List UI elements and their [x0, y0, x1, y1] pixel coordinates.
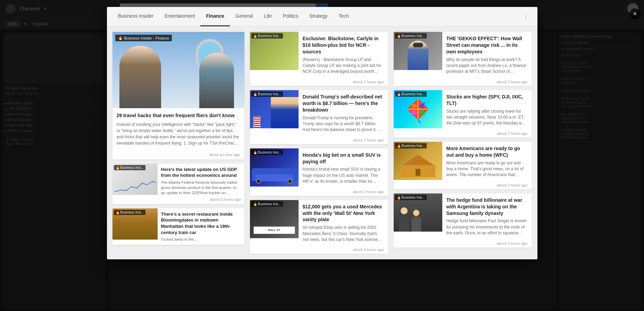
hedge-time: about 3 hours ago: [442, 240, 532, 248]
restaurant-source-text: Business Insi...: [120, 210, 144, 214]
blackstone-title: Exclusive: Blackstone, Carlyle in $10 bi…: [303, 35, 384, 55]
tab-politics[interactable]: Politics: [277, 7, 304, 26]
house-door: [416, 169, 420, 176]
gdp-card-time: about 2 hours ago: [161, 197, 241, 201]
car-wheel-left: [256, 179, 261, 184]
blackstone-thumb: 🔥 Business Insi...: [250, 32, 299, 70]
fire-icon-hedge: 🔥: [397, 196, 401, 199]
more-options-icon[interactable]: ⋮: [520, 10, 532, 23]
hedge-source-text: Business Insi...: [402, 196, 425, 199]
flag-icon: [253, 116, 260, 128]
blackstone-source-badge: 🔥 Business Insi...: [251, 33, 283, 38]
modal-panel: Business Insider Entertainment Finance G…: [107, 7, 537, 259]
home-title: More Americans are ready to go out and b…: [446, 145, 528, 158]
blackstone-time: about 2 hours ago: [299, 78, 388, 86]
home-card: 🔥 Business Insi... Mor: [394, 142, 532, 189]
hero-card: 🔥 Business Insider - Finance 29 travel h…: [112, 32, 244, 159]
hero-source-badge: 🔥 Business Insider - Finance: [115, 35, 172, 41]
home-excerpt: More Americans are ready to go out and b…: [446, 160, 528, 178]
hero-card-time: about an hour ago: [112, 150, 244, 159]
restaurant-card-thumb: 🔥 Business Insi...: [112, 208, 158, 240]
mercedes-card-content: $12,000 gets you a used Mercedes with th…: [299, 200, 388, 254]
honda-card: 🔥 Business Insi... Honda's big bet on a …: [250, 148, 388, 196]
modal-tabs: Business Insider Entertainment Finance G…: [107, 7, 537, 26]
tab-tech[interactable]: Tech: [333, 7, 354, 26]
tab-strategy[interactable]: Strategy: [304, 7, 333, 26]
hero-bg: [112, 32, 244, 108]
restaurant-card-excerpt: Tucked away in the...: [161, 237, 241, 242]
person2-figure: [199, 53, 234, 108]
home-thumb: 🔥 Business Insi...: [394, 142, 442, 180]
headset-icon: [413, 43, 423, 47]
gekko-body: THE 'GEKKO EFFECT': How Wall Street can …: [442, 32, 532, 78]
gekko-card-content: THE 'GEKKO EFFECT': How Wall Street can …: [442, 32, 532, 86]
restaurant-card: 🔥 Business Insi... There's a secret rest…: [112, 208, 244, 245]
gdp-chart-svg: [114, 176, 156, 193]
hedge-body: The hedge fund billionaire at war with A…: [442, 193, 532, 240]
person2-body: [411, 216, 421, 232]
tab-entertainment[interactable]: Entertainment: [159, 7, 200, 26]
hedge-thumb: 🔥 Business Insi...: [394, 193, 442, 232]
mercedes-source-badge: 🔥 Business Insi...: [251, 201, 283, 207]
person2: [411, 210, 421, 232]
honda-source-text: Business Insi...: [258, 150, 281, 154]
gdp-card-body: Here's the latest update on US GDP from …: [158, 164, 244, 204]
gekko-source-text: Business Insi...: [402, 34, 425, 38]
fire-icon-home: 🔥: [397, 144, 401, 148]
hedge-title: The hedge fund billionaire at war with A…: [446, 197, 528, 217]
honda-source-badge: 🔥 Business Insi...: [251, 150, 283, 155]
fire-icon-restaurant: 🔥: [116, 210, 120, 214]
honda-excerpt: Honda's brand-new small SUV is having a …: [303, 166, 384, 184]
car-wheel-right: [287, 179, 292, 184]
hedge-excerpt: Hedge fund billionaire Paul Singer is kn…: [446, 218, 528, 236]
fire-icon: 🔥: [118, 36, 123, 40]
honda-body: Honda's big bet on a small SUV is paying…: [299, 148, 388, 188]
house-body: [401, 165, 435, 177]
modal-content: 🔥 Business Insider - Finance 29 travel h…: [107, 26, 537, 259]
mercedes-thumb: 🔥 Business Insi... WALL ST: [250, 200, 299, 238]
gdp-card-title: Here's the latest update on US GDP from …: [161, 166, 241, 179]
middle-column: 🔥 Business Insi... Exclusive: Blackstone…: [250, 32, 388, 254]
tab-finance[interactable]: Finance: [200, 7, 230, 26]
hedge-card: 🔥 Business Insi...: [394, 193, 532, 248]
stocks-card: 🔥 Business Insi...: [394, 90, 532, 138]
honda-thumb: 🔥 Business Insi...: [250, 148, 299, 187]
gdp-card-excerpt: The Atlanta Federal Reserve famously nai…: [161, 180, 241, 196]
hedge-people: [399, 207, 421, 232]
stocks-body: Stocks are higher (SPY, DJI, IXIC, TLT) …: [442, 90, 532, 130]
hero-card-body: 29 travel hacks that even frequent flier…: [112, 108, 244, 150]
gekko-source-badge: 🔥 Business Insi...: [395, 33, 427, 38]
tab-life[interactable]: Life: [258, 7, 277, 26]
gekko-time: about 2 hours ago: [442, 78, 532, 86]
stocks-thumb: 🔥 Business Insi...: [394, 90, 442, 128]
mercedes-title: $12,000 gets you a used Mercedes with th…: [303, 204, 384, 223]
gekko-thumb: 🔥 Business Insi...: [394, 32, 442, 70]
restaurant-card-body: There's a secret restaurant inside Bloom…: [158, 208, 244, 245]
mercedes-card: 🔥 Business Insi... WALL ST $12,000 gets …: [250, 200, 388, 254]
fire-icon-gdp: 🔥: [116, 166, 120, 170]
trump-card: 🔥 Business Insi... Donald Trump's self-d…: [250, 90, 388, 144]
honda-card-content: Honda's big bet on a small SUV is paying…: [299, 148, 388, 196]
gdp-source-text: Business Insi...: [120, 166, 144, 170]
left-column: 🔥 Business Insider - Finance 29 travel h…: [112, 32, 244, 254]
house-roof: [402, 155, 434, 165]
person1-figure: [119, 46, 161, 108]
hero-image: 🔥 Business Insider - Finance: [112, 32, 244, 108]
trump-card-content: Donald Trump's self-described net worth …: [299, 90, 388, 144]
stocks-excerpt: Stocks are rallying after closing lower …: [446, 109, 528, 127]
trump-thumb: 🔥 Business Insi...: [250, 90, 299, 128]
person1-head: [401, 207, 408, 214]
tab-general[interactable]: General: [230, 7, 258, 26]
fire-icon-blackstone: 🔥: [253, 34, 257, 38]
hedge-card-content: The hedge fund billionaire at war with A…: [442, 193, 532, 248]
mercedes-time: about 3 hours ago: [299, 246, 388, 254]
hero-card-title: 29 travel hacks that even frequent flier…: [117, 112, 240, 119]
honda-title: Honda's big bet on a small SUV is paying…: [303, 152, 384, 165]
tab-business-insider[interactable]: Business Insider: [112, 7, 159, 26]
person2-head: [413, 210, 419, 216]
gekko-card: 🔥 Business Insi... THE 'GEKKO EFFECT': H…: [394, 32, 532, 86]
trump-excerpt: Donald Trump is running for president. T…: [303, 115, 384, 133]
close-button[interactable]: ×: [629, 8, 641, 19]
kite-svg: [397, 95, 439, 123]
home-time: about 3 hours ago: [442, 182, 532, 189]
